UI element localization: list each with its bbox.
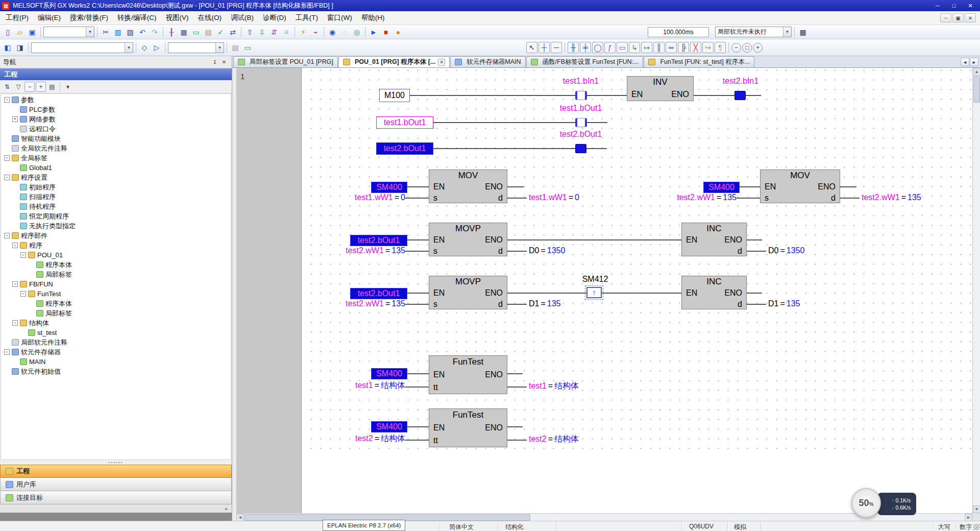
expander-icon[interactable]: − (20, 252, 26, 258)
closed-contact-icon[interactable]: ╪ (580, 42, 591, 53)
tree-item-pou01[interactable]: −POU_01 (1, 250, 231, 260)
mov-block-2[interactable]: MOV ENENO sd (760, 170, 840, 203)
tree-item-remote-password[interactable]: 远程口令 (1, 124, 231, 134)
tree-item-device-memory[interactable]: −软元件存储器 (1, 347, 231, 357)
coil-icon[interactable]: ◯ (592, 42, 603, 53)
find-next-icon[interactable]: ▷ (151, 42, 162, 53)
close-button[interactable]: ✕ (963, 1, 978, 10)
chevron-down-icon[interactable]: ▼ (783, 27, 791, 37)
tree-item-pou[interactable]: −程序部件 (1, 231, 231, 240)
scroll-down-icon[interactable]: ▼ (973, 505, 980, 513)
pin-icon[interactable]: ↧ (210, 58, 219, 66)
tree-item-funtest-local-label[interactable]: 局部标签 (1, 308, 231, 318)
label-box-test1-bout1[interactable]: test1.bOut1 (376, 116, 433, 129)
tree-item-standby-program[interactable]: 待机程序 (1, 202, 231, 211)
expander-icon[interactable]: − (4, 97, 10, 103)
menu-find-replace[interactable]: 搜索/替换(F) (65, 12, 113, 24)
new-project-icon[interactable]: ▯ (2, 27, 13, 38)
tab-funtest-program-body[interactable]: FunTest [FUN: st_test] 程序本... (644, 56, 754, 67)
save-project-icon[interactable]: ▣ (27, 27, 38, 38)
child-minimize-button[interactable]: ─ (940, 13, 951, 22)
open-contact-icon[interactable]: ╫ (568, 42, 579, 53)
simulation-start-icon[interactable]: ► (368, 27, 379, 38)
expander-icon[interactable]: − (12, 243, 18, 248)
tree-item-network-parameter[interactable]: +网络参数 (1, 114, 231, 124)
simulation-info-icon[interactable]: ● (393, 27, 404, 38)
open-contact-test1-bout1[interactable] (575, 118, 587, 127)
panel-splitter-handle[interactable]: •••••• (0, 460, 232, 465)
expander-icon[interactable]: − (12, 320, 18, 326)
tree-menu-icon[interactable]: ▾ (63, 82, 73, 92)
tree-item-program-folder[interactable]: −程序 (1, 240, 231, 250)
edge-contact-label[interactable]: SM412 (567, 274, 623, 284)
expander-icon[interactable]: − (4, 155, 10, 161)
minimize-button[interactable]: ─ (930, 1, 945, 10)
tree-item-scan-program[interactable]: 扫描程序 (1, 192, 231, 202)
display-target-combo[interactable]: ▼ (31, 42, 133, 53)
tree-filter-icon[interactable]: ▽ (13, 82, 23, 92)
highlighted-operand-sm400[interactable]: SM400 (371, 368, 407, 379)
inc-block-2[interactable]: INC ENENO d (681, 276, 747, 309)
movp2-s-input[interactable]: test2.wW1=135 (317, 299, 405, 309)
tab-local-label-setting-pou01[interactable]: 局部标签设置 POU_01 [PRG] (233, 56, 338, 67)
select-mode-icon[interactable]: ↖ (526, 42, 537, 53)
tree-item-pou01-program-body[interactable]: 程序本体 (1, 260, 231, 270)
monitor-stop-icon[interactable]: ◌ (339, 27, 350, 38)
expander-icon[interactable]: − (4, 233, 10, 238)
vertical-line-icon[interactable]: ║ (653, 42, 665, 53)
operand-box-m100[interactable]: M100 (379, 89, 410, 102)
tree-item-intelligent-module[interactable]: 智能功能模块 (1, 134, 231, 143)
highlighted-operand-sm400[interactable]: SM400 (371, 421, 407, 432)
cross-reference-icon[interactable]: ▤ (203, 27, 214, 38)
find-icon[interactable]: ◇ (139, 42, 150, 53)
toolbar-combo[interactable]: ▼ (43, 27, 94, 37)
funtest2-tt-input[interactable]: test2=结构体 (322, 433, 405, 444)
funtest2-output[interactable]: test2=结构体 (529, 434, 579, 444)
highlighted-label-test2-bout1[interactable]: test2.bOut1 (376, 142, 433, 155)
menu-project[interactable]: 工程(P) (1, 12, 33, 24)
tree-item-parameter[interactable]: −参数 (1, 95, 231, 105)
tree-item-no-execution-type[interactable]: 无执行类型指定 (1, 221, 231, 231)
chevron-down-icon[interactable]: ▼ (86, 27, 94, 37)
tree-item-device-memory-main[interactable]: MAIN (1, 357, 231, 367)
tree-item-local-device-comment[interactable]: 局部软元件注释 (1, 337, 231, 347)
tab-scroll-left-icon[interactable]: ◄ (961, 58, 969, 66)
tree-item-initial-program[interactable]: 初始程序 (1, 182, 231, 192)
read-from-plc-icon[interactable]: ⇩ (256, 27, 267, 38)
scroll-left-icon[interactable]: ◄ (236, 514, 244, 521)
mov1-s-input[interactable]: test1.wW1=0 (322, 192, 405, 203)
chevron-down-icon[interactable]: ▼ (125, 43, 133, 53)
movp2-d-output[interactable]: D1=135 (529, 299, 561, 309)
menu-tool[interactable]: 工具(T) (291, 12, 323, 24)
mov2-s-input[interactable]: test2.wW1=135 (649, 192, 737, 203)
tree-item-plc-parameter[interactable]: PLC参数 (1, 105, 231, 114)
tree-properties-icon[interactable]: ▤ (47, 82, 57, 92)
tree-item-device-initial-value[interactable]: 软元件初始值 (1, 367, 231, 376)
device-comment-icon[interactable]: ▭ (190, 27, 202, 38)
tree-item-funtest[interactable]: −FunTest (1, 289, 231, 299)
contact-label[interactable]: test1.bIn1 (550, 76, 611, 86)
menu-help[interactable]: 帮助(H) (357, 12, 389, 24)
open-project-icon[interactable]: ▱ (14, 27, 26, 38)
undo-icon[interactable]: ↶ (137, 27, 148, 38)
movp-block-2[interactable]: MOVP ENENO sd (429, 276, 507, 309)
expand-all-icon[interactable]: + (36, 82, 46, 92)
inc-block-1[interactable]: INC ENENO d (681, 223, 747, 256)
menu-edit[interactable]: 编辑(E) (33, 12, 65, 24)
menu-convert-compile[interactable]: 转换/编译(C) (113, 12, 161, 24)
fbd-canvas[interactable]: M100 test1.bIn1 INV ENENO test2.bIn1 tes… (302, 68, 972, 513)
chevron-down-icon[interactable]: ▼ (215, 43, 224, 53)
comment-toggle-icon[interactable]: ▭ (242, 42, 253, 53)
simulation-stop-icon[interactable]: ■ (380, 27, 391, 38)
user-library-button[interactable]: 用户库 (0, 478, 232, 491)
function-block-icon[interactable]: ▭ (617, 42, 628, 53)
tree-item-program-setting[interactable]: −程序设置 (1, 173, 231, 182)
label-edit-icon[interactable]: ▦ (178, 27, 189, 38)
cut-icon[interactable]: ✂ (100, 27, 111, 38)
tab-scroll-right-icon[interactable]: ► (970, 58, 978, 66)
movp1-s-input[interactable]: test2.wW1=135 (317, 246, 405, 256)
highlighted-operand-sm400[interactable]: SM400 (371, 182, 407, 193)
tab-close-icon[interactable]: ✕ (438, 59, 445, 66)
zoom-indicator-bubble[interactable]: 50 % (851, 488, 881, 518)
tree-item-global-label[interactable]: −全局标签 (1, 153, 231, 163)
